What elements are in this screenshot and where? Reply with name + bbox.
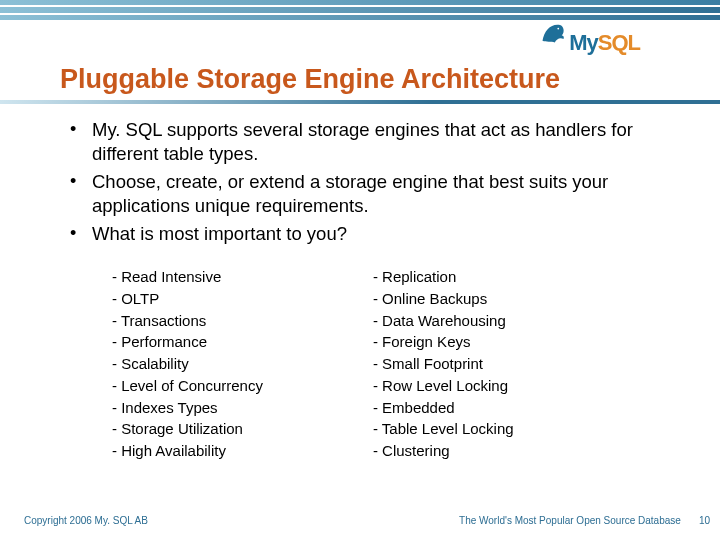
- feature-item: Small Footprint: [373, 353, 514, 375]
- bullet-item: What is most important to you?: [70, 222, 672, 246]
- footer-page-number: 10: [699, 515, 710, 526]
- slide-footer: Copyright 2006 My. SQL AB The World's Mo…: [24, 515, 710, 526]
- logo-text-2: SQL: [598, 30, 640, 55]
- footer-tagline: The World's Most Popular Open Source Dat…: [459, 515, 681, 526]
- feature-item: Foreign Keys: [373, 331, 514, 353]
- feature-item: Clustering: [373, 440, 514, 462]
- mysql-logo: MySQL: [539, 18, 640, 56]
- title-underline: [0, 100, 720, 104]
- dolphin-icon: [539, 18, 567, 46]
- feature-item: Data Warehousing: [373, 310, 514, 332]
- svg-point-0: [558, 28, 560, 30]
- feature-item: Embedded: [373, 397, 514, 419]
- slide-body: My. SQL supports several storage engines…: [70, 118, 672, 462]
- feature-item: Scalability: [112, 353, 263, 375]
- feature-columns: Read Intensive OLTP Transactions Perform…: [70, 266, 672, 462]
- header-stripes: [0, 0, 720, 20]
- feature-item: Read Intensive: [112, 266, 263, 288]
- feature-item: High Availability: [112, 440, 263, 462]
- bullet-list: My. SQL supports several storage engines…: [70, 118, 672, 246]
- bullet-item: My. SQL supports several storage engines…: [70, 118, 672, 166]
- feature-item: Online Backups: [373, 288, 514, 310]
- feature-item: Indexes Types: [112, 397, 263, 419]
- feature-item: Replication: [373, 266, 514, 288]
- slide-title: Pluggable Storage Engine Architecture: [60, 64, 680, 95]
- feature-item: OLTP: [112, 288, 263, 310]
- feature-column-left: Read Intensive OLTP Transactions Perform…: [112, 266, 263, 462]
- feature-item: Storage Utilization: [112, 418, 263, 440]
- feature-item: Performance: [112, 331, 263, 353]
- feature-item: Transactions: [112, 310, 263, 332]
- feature-item: Table Level Locking: [373, 418, 514, 440]
- feature-item: Row Level Locking: [373, 375, 514, 397]
- bullet-item: Choose, create, or extend a storage engi…: [70, 170, 672, 218]
- feature-column-right: Replication Online Backups Data Warehous…: [373, 266, 514, 462]
- feature-item: Level of Concurrency: [112, 375, 263, 397]
- footer-copyright: Copyright 2006 My. SQL AB: [24, 515, 148, 526]
- logo-text-1: My: [569, 30, 598, 55]
